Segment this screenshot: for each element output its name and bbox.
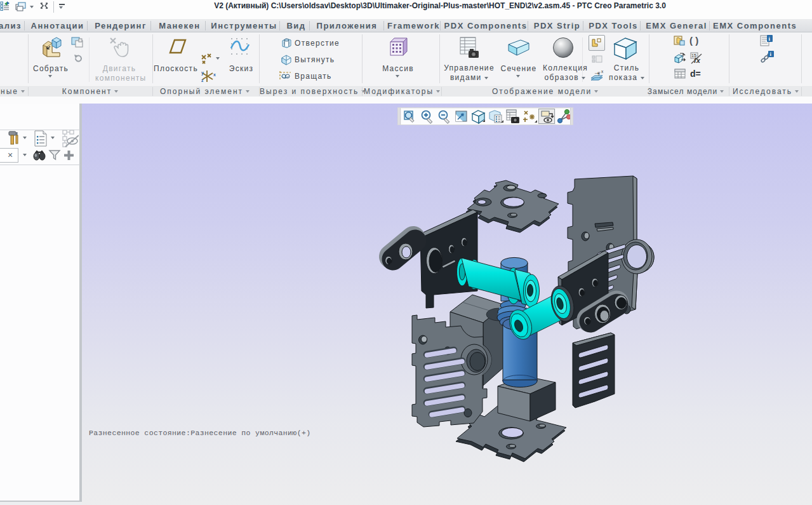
svg-text:z: z: [201, 78, 204, 83]
svg-text:y: y: [598, 71, 601, 76]
svg-text:x: x: [213, 72, 216, 77]
svg-text:y: y: [201, 71, 204, 76]
